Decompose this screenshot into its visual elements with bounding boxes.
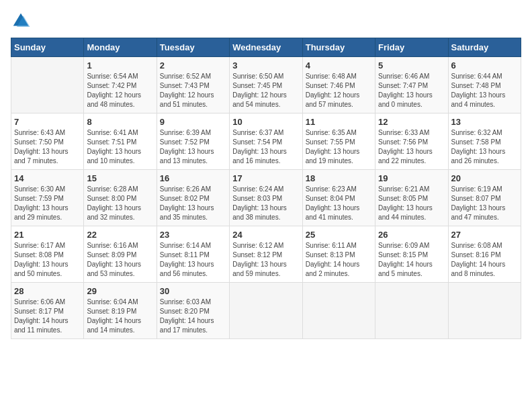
calendar-cell	[11, 57, 84, 113]
day-number: 24	[232, 230, 299, 240]
day-number: 2	[160, 60, 226, 71]
day-number: 1	[87, 60, 153, 71]
page-header	[11, 11, 521, 31]
day-info: Sunrise: 6:35 AM Sunset: 7:55 PM Dayligh…	[306, 128, 372, 166]
day-number: 9	[160, 117, 226, 127]
calendar-cell: 26Sunrise: 6:09 AM Sunset: 8:15 PM Dayli…	[375, 226, 448, 283]
day-number: 4	[306, 60, 372, 71]
calendar-cell: 4Sunrise: 6:48 AM Sunset: 7:46 PM Daylig…	[302, 57, 375, 113]
day-number: 28	[14, 286, 81, 296]
day-number: 20	[451, 173, 518, 183]
day-number: 30	[160, 286, 226, 296]
calendar-week-2: 14Sunrise: 6:30 AM Sunset: 7:59 PM Dayli…	[11, 170, 521, 226]
logo-icon	[11, 11, 31, 31]
day-info: Sunrise: 6:39 AM Sunset: 7:52 PM Dayligh…	[160, 128, 226, 166]
day-info: Sunrise: 6:26 AM Sunset: 8:02 PM Dayligh…	[160, 185, 226, 222]
header-day-friday: Friday	[375, 38, 448, 57]
day-number: 15	[87, 173, 153, 183]
calendar-cell: 9Sunrise: 6:39 AM Sunset: 7:52 PM Daylig…	[157, 113, 229, 170]
day-number: 17	[232, 173, 299, 183]
day-info: Sunrise: 6:28 AM Sunset: 8:00 PM Dayligh…	[87, 185, 153, 222]
day-info: Sunrise: 6:06 AM Sunset: 8:17 PM Dayligh…	[14, 298, 81, 335]
day-number: 25	[306, 230, 372, 240]
calendar-cell: 23Sunrise: 6:14 AM Sunset: 8:11 PM Dayli…	[157, 226, 229, 283]
calendar-cell: 25Sunrise: 6:11 AM Sunset: 8:13 PM Dayli…	[302, 226, 375, 283]
day-info: Sunrise: 6:44 AM Sunset: 7:48 PM Dayligh…	[451, 72, 518, 109]
calendar-cell: 20Sunrise: 6:19 AM Sunset: 8:07 PM Dayli…	[448, 170, 521, 226]
header-day-thursday: Thursday	[302, 38, 375, 57]
calendar-cell: 12Sunrise: 6:33 AM Sunset: 7:56 PM Dayli…	[375, 113, 448, 170]
calendar-cell	[302, 283, 375, 339]
day-info: Sunrise: 6:09 AM Sunset: 8:15 PM Dayligh…	[378, 241, 445, 279]
calendar-cell: 2Sunrise: 6:52 AM Sunset: 7:43 PM Daylig…	[157, 57, 229, 113]
calendar-week-3: 21Sunrise: 6:17 AM Sunset: 8:08 PM Dayli…	[11, 226, 521, 283]
day-info: Sunrise: 6:14 AM Sunset: 8:11 PM Dayligh…	[160, 241, 226, 279]
calendar-cell: 19Sunrise: 6:21 AM Sunset: 8:05 PM Dayli…	[375, 170, 448, 226]
day-number: 23	[160, 230, 226, 240]
day-info: Sunrise: 6:04 AM Sunset: 8:19 PM Dayligh…	[87, 298, 153, 335]
calendar-cell	[448, 283, 521, 339]
calendar-cell: 30Sunrise: 6:03 AM Sunset: 8:20 PM Dayli…	[157, 283, 229, 339]
day-number: 5	[378, 60, 445, 71]
day-number: 22	[87, 230, 153, 240]
day-number: 27	[451, 230, 518, 240]
calendar-week-4: 28Sunrise: 6:06 AM Sunset: 8:17 PM Dayli…	[11, 283, 521, 339]
day-info: Sunrise: 6:41 AM Sunset: 7:51 PM Dayligh…	[87, 128, 153, 166]
day-info: Sunrise: 6:33 AM Sunset: 7:56 PM Dayligh…	[378, 128, 445, 166]
calendar-cell: 11Sunrise: 6:35 AM Sunset: 7:55 PM Dayli…	[302, 113, 375, 170]
day-number: 19	[378, 173, 445, 183]
day-number: 13	[451, 117, 518, 127]
calendar-cell: 28Sunrise: 6:06 AM Sunset: 8:17 PM Dayli…	[11, 283, 84, 339]
day-number: 10	[232, 117, 299, 127]
day-number: 3	[232, 60, 299, 71]
header-day-saturday: Saturday	[448, 38, 521, 57]
day-info: Sunrise: 6:19 AM Sunset: 8:07 PM Dayligh…	[451, 185, 518, 222]
day-number: 26	[378, 230, 445, 240]
calendar-cell: 13Sunrise: 6:32 AM Sunset: 7:58 PM Dayli…	[448, 113, 521, 170]
day-info: Sunrise: 6:52 AM Sunset: 7:43 PM Dayligh…	[160, 72, 226, 109]
calendar-cell	[230, 283, 302, 339]
day-info: Sunrise: 6:24 AM Sunset: 8:03 PM Dayligh…	[232, 185, 299, 222]
calendar-cell: 6Sunrise: 6:44 AM Sunset: 7:48 PM Daylig…	[448, 57, 521, 113]
calendar-cell: 14Sunrise: 6:30 AM Sunset: 7:59 PM Dayli…	[11, 170, 84, 226]
day-number: 29	[87, 286, 153, 296]
calendar-week-1: 7Sunrise: 6:43 AM Sunset: 7:50 PM Daylig…	[11, 113, 521, 170]
day-info: Sunrise: 6:46 AM Sunset: 7:47 PM Dayligh…	[378, 72, 445, 109]
day-info: Sunrise: 6:12 AM Sunset: 8:12 PM Dayligh…	[232, 241, 299, 279]
calendar-table: SundayMondayTuesdayWednesdayThursdayFrid…	[11, 38, 521, 339]
day-info: Sunrise: 6:50 AM Sunset: 7:45 PM Dayligh…	[232, 72, 299, 109]
day-info: Sunrise: 6:54 AM Sunset: 7:42 PM Dayligh…	[87, 72, 153, 109]
calendar-cell: 8Sunrise: 6:41 AM Sunset: 7:51 PM Daylig…	[84, 113, 157, 170]
calendar-cell: 16Sunrise: 6:26 AM Sunset: 8:02 PM Dayli…	[157, 170, 229, 226]
calendar-body: 1Sunrise: 6:54 AM Sunset: 7:42 PM Daylig…	[11, 57, 521, 339]
day-number: 8	[87, 117, 153, 127]
header-day-wednesday: Wednesday	[230, 38, 302, 57]
day-info: Sunrise: 6:30 AM Sunset: 7:59 PM Dayligh…	[14, 185, 81, 222]
day-info: Sunrise: 6:03 AM Sunset: 8:20 PM Dayligh…	[160, 298, 226, 335]
day-info: Sunrise: 6:48 AM Sunset: 7:46 PM Dayligh…	[306, 72, 372, 109]
calendar-cell	[375, 283, 448, 339]
day-info: Sunrise: 6:32 AM Sunset: 7:58 PM Dayligh…	[451, 128, 518, 166]
day-info: Sunrise: 6:11 AM Sunset: 8:13 PM Dayligh…	[306, 241, 372, 279]
day-number: 16	[160, 173, 226, 183]
calendar-cell: 15Sunrise: 6:28 AM Sunset: 8:00 PM Dayli…	[84, 170, 157, 226]
day-info: Sunrise: 6:43 AM Sunset: 7:50 PM Dayligh…	[14, 128, 81, 166]
day-number: 14	[14, 173, 81, 183]
day-number: 11	[306, 117, 372, 127]
header-day-monday: Monday	[84, 38, 157, 57]
calendar-cell: 29Sunrise: 6:04 AM Sunset: 8:19 PM Dayli…	[84, 283, 157, 339]
header-day-tuesday: Tuesday	[157, 38, 229, 57]
calendar-cell: 18Sunrise: 6:23 AM Sunset: 8:04 PM Dayli…	[302, 170, 375, 226]
calendar-cell: 10Sunrise: 6:37 AM Sunset: 7:54 PM Dayli…	[230, 113, 302, 170]
day-number: 18	[306, 173, 372, 183]
calendar-cell: 24Sunrise: 6:12 AM Sunset: 8:12 PM Dayli…	[230, 226, 302, 283]
header-day-sunday: Sunday	[11, 38, 84, 57]
calendar-header: SundayMondayTuesdayWednesdayThursdayFrid…	[11, 38, 521, 57]
day-number: 12	[378, 117, 445, 127]
calendar-cell: 22Sunrise: 6:16 AM Sunset: 8:09 PM Dayli…	[84, 226, 157, 283]
day-info: Sunrise: 6:21 AM Sunset: 8:05 PM Dayligh…	[378, 185, 445, 222]
calendar-cell: 21Sunrise: 6:17 AM Sunset: 8:08 PM Dayli…	[11, 226, 84, 283]
day-info: Sunrise: 6:23 AM Sunset: 8:04 PM Dayligh…	[306, 185, 372, 222]
day-info: Sunrise: 6:17 AM Sunset: 8:08 PM Dayligh…	[14, 241, 81, 279]
day-number: 6	[451, 60, 518, 71]
